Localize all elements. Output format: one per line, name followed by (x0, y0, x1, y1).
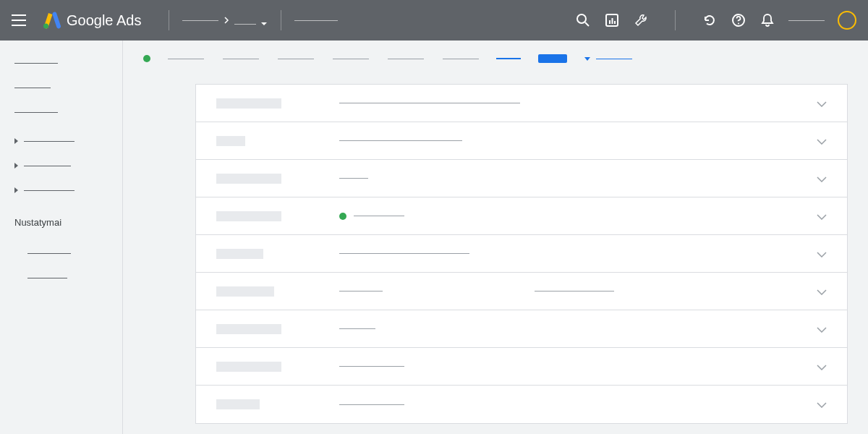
sidebar-nav: Nustatymai (0, 41, 123, 434)
row-label (216, 399, 339, 409)
settings-row[interactable] (196, 160, 847, 197)
chevron-down-icon (817, 247, 827, 260)
chevron-right-icon (223, 17, 230, 24)
settings-panel (195, 84, 848, 424)
settings-row[interactable] (196, 386, 847, 423)
row-label (216, 211, 339, 221)
row-label (216, 324, 339, 334)
row-value (339, 178, 817, 179)
divider (281, 10, 281, 30)
sidebar-expandable-item[interactable] (14, 158, 122, 174)
caret-down-icon (260, 22, 268, 26)
settings-row[interactable] (196, 273, 847, 310)
status-indicator-icon (339, 213, 346, 220)
sidebar-item[interactable] (14, 80, 122, 95)
tools-icon[interactable] (633, 12, 649, 28)
settings-row[interactable] (196, 310, 847, 348)
chevron-down-icon (817, 360, 827, 373)
svg-line-2 (585, 22, 589, 26)
svg-point-1 (577, 14, 586, 23)
tab-item[interactable] (333, 59, 369, 59)
tab-item[interactable] (443, 59, 479, 59)
header-bar: Google Ads (0, 0, 868, 41)
chevron-down-icon (817, 172, 827, 185)
chevron-down-icon (817, 398, 827, 411)
active-tab-underline[interactable] (496, 58, 521, 59)
account-link[interactable] (788, 20, 825, 21)
settings-row[interactable] (196, 235, 847, 273)
refresh-icon[interactable] (702, 12, 718, 28)
chevron-down-icon (817, 323, 827, 336)
tab-item[interactable] (168, 59, 204, 59)
divider (675, 10, 676, 30)
active-tab-pill (538, 54, 567, 63)
sidebar-expandable-item[interactable] (14, 182, 122, 198)
caret-right-icon (14, 187, 18, 193)
settings-row[interactable] (196, 348, 847, 386)
tab-dropdown[interactable] (584, 57, 632, 61)
svg-rect-5 (612, 18, 613, 24)
row-value (339, 140, 817, 141)
tab-item[interactable] (388, 59, 424, 59)
help-icon[interactable] (731, 12, 746, 28)
svg-rect-6 (614, 21, 616, 24)
row-label (216, 174, 339, 184)
sidebar-item[interactable] (14, 104, 122, 120)
row-label (216, 136, 339, 146)
sidebar-expandable-item[interactable] (14, 133, 122, 149)
account-selector[interactable] (182, 14, 268, 26)
svg-point-0 (43, 24, 48, 29)
tab-more[interactable] (538, 54, 567, 63)
settings-row[interactable] (196, 85, 847, 122)
row-label (216, 98, 339, 109)
sidebar-item[interactable] (14, 270, 122, 286)
hamburger-menu-icon[interactable] (12, 12, 29, 29)
settings-row[interactable] (196, 197, 847, 235)
svg-point-8 (738, 23, 739, 25)
header-right-tools (575, 10, 856, 30)
sidebar-item[interactable] (14, 245, 122, 261)
caret-down-icon (584, 57, 590, 61)
caret-right-icon (14, 163, 18, 169)
sidebar-item[interactable] (14, 55, 122, 71)
google-ads-logo[interactable]: Google Ads (42, 12, 141, 29)
tab-item[interactable] (223, 59, 259, 59)
chevron-down-icon (817, 285, 827, 298)
row-label (216, 249, 339, 259)
product-name: Google Ads (67, 12, 141, 29)
reports-icon[interactable] (604, 12, 620, 28)
sidebar-item-settings[interactable]: Nustatymai (14, 213, 122, 232)
svg-rect-4 (609, 20, 610, 24)
ads-logo-icon (42, 12, 61, 29)
divider (169, 10, 169, 30)
row-value (339, 328, 817, 329)
search-icon[interactable] (575, 12, 591, 28)
campaign-selector[interactable] (294, 20, 338, 21)
campaign-subheader (123, 41, 868, 77)
notifications-icon[interactable] (760, 12, 775, 28)
chevron-down-icon (817, 97, 827, 110)
tab-item[interactable] (278, 59, 314, 59)
row-label (216, 286, 339, 297)
status-indicator-icon (143, 55, 150, 62)
chevron-down-icon (817, 135, 827, 148)
caret-right-icon (14, 138, 18, 144)
main-content (123, 41, 868, 434)
chevron-down-icon (817, 210, 827, 223)
row-value (339, 253, 817, 254)
row-value (339, 291, 817, 292)
row-value (339, 366, 817, 367)
row-value (339, 103, 817, 103)
user-avatar[interactable] (838, 11, 856, 30)
row-value (339, 404, 817, 405)
settings-row[interactable] (196, 122, 847, 160)
row-label (216, 362, 339, 372)
row-value (339, 213, 817, 220)
